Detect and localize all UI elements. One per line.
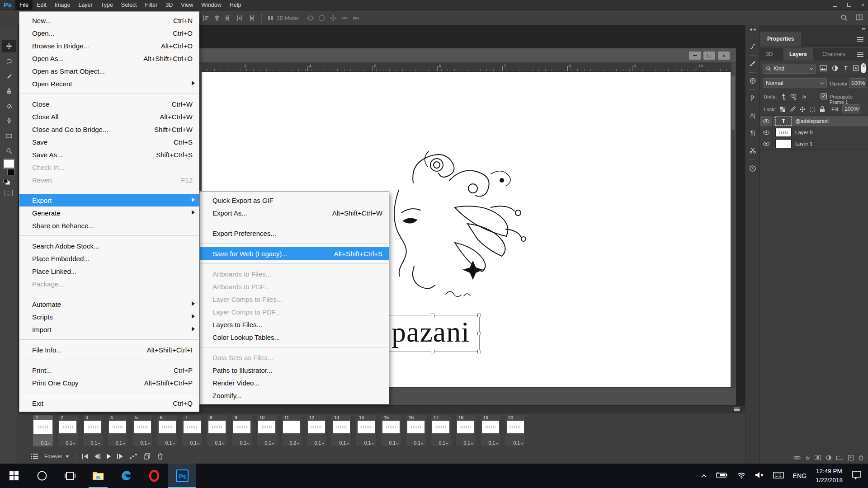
- align-left-icon[interactable]: [202, 14, 210, 22]
- distribute-center-icon[interactable]: [236, 14, 244, 22]
- timeline-frame-1[interactable]: 10.1: [33, 414, 53, 447]
- taskbar-clock[interactable]: 12:49 PM 1/22/2018: [816, 467, 843, 484]
- timeline-frame-19[interactable]: 190.1: [480, 414, 501, 447]
- adjustment-layer-icon[interactable]: [826, 455, 831, 461]
- search-icon[interactable]: [840, 14, 848, 23]
- next-frame-button[interactable]: [117, 454, 123, 459]
- menu-item-print-one-copy[interactable]: Print One CopyAlt+Shift+Ctrl+P: [19, 376, 199, 389]
- frame-duration-select[interactable]: 0.1: [431, 440, 451, 446]
- menu-item-export-preferences[interactable]: Export Preferences...: [200, 227, 389, 239]
- cortana-button[interactable]: [28, 464, 56, 488]
- timeline-frame-10[interactable]: 100.1: [256, 414, 277, 447]
- background-color-swatch[interactable]: [7, 169, 14, 175]
- frame-duration-select[interactable]: 0.1: [33, 440, 53, 446]
- maximize-icon[interactable]: [847, 0, 851, 10]
- panel-menu-icon[interactable]: [734, 408, 740, 408]
- layer-row-fill[interactable]: Layer 1: [760, 138, 868, 150]
- timeline-frame-13[interactable]: 130.1: [331, 414, 352, 447]
- frame-duration-select[interactable]: 0.1: [108, 440, 127, 446]
- tray-chevron-up-icon[interactable]: [701, 472, 707, 480]
- tab-properties[interactable]: Properties: [760, 32, 801, 46]
- unify-style-icon[interactable]: fx: [800, 92, 809, 101]
- menu-item-close[interactable]: CloseCtrl+W: [19, 98, 199, 110]
- foreground-color-swatch[interactable]: [4, 159, 14, 168]
- eyedropper-tool[interactable]: [2, 70, 16, 83]
- menu-item-save-as[interactable]: Save As...Shift+Ctrl+S: [19, 148, 199, 161]
- frame-duration-select[interactable]: 0.1: [232, 440, 252, 446]
- delete-layer-icon[interactable]: [859, 455, 863, 461]
- selection-handle[interactable]: [477, 314, 481, 317]
- menu-item-import[interactable]: Import: [19, 323, 199, 336]
- timeline-frame-3[interactable]: 30.1: [82, 414, 103, 447]
- menu-item-color-lookup-tables[interactable]: Color Lookup Tables...: [200, 331, 389, 343]
- layer-style-icon[interactable]: fx: [806, 455, 810, 461]
- menubar-item-layer[interactable]: Layer: [74, 0, 96, 10]
- menu-item-print[interactable]: Print...Ctrl+P: [19, 364, 199, 376]
- doc-maximize-icon[interactable]: [703, 52, 715, 60]
- pen-tool[interactable]: [2, 115, 16, 127]
- touch-keyboard-icon[interactable]: [773, 472, 784, 480]
- menu-item-open-as[interactable]: Open As...Alt+Shift+Ctrl+O: [19, 52, 199, 65]
- menu-item-export[interactable]: Export: [19, 194, 199, 206]
- 3d-pan-icon[interactable]: [329, 14, 337, 22]
- menu-item-layers-to-files[interactable]: Layers to Files...: [200, 318, 389, 331]
- layer-row-text[interactable]: T @adelepazani: [760, 116, 868, 127]
- move-tool[interactable]: [2, 40, 16, 52]
- link-layers-icon[interactable]: [793, 455, 801, 461]
- selection-handle[interactable]: [431, 350, 434, 353]
- menubar-item-filter[interactable]: Filter: [141, 0, 162, 10]
- document-titlebar[interactable]: ✕: [196, 48, 736, 63]
- minimize-icon[interactable]: [833, 0, 837, 10]
- vertical-scrollbar[interactable]: [731, 72, 736, 388]
- menubar-item-window[interactable]: Window: [197, 0, 225, 10]
- timeline-frame-12[interactable]: 120.1: [306, 414, 327, 447]
- scissors-panel-icon[interactable]: [748, 146, 757, 155]
- frame-duration-select[interactable]: 0.1: [182, 440, 202, 446]
- menu-item-close-all[interactable]: Close AllAlt+Ctrl+W: [19, 110, 199, 123]
- brush-panel-icon[interactable]: [748, 60, 757, 69]
- timeline-frame-16[interactable]: 160.1: [406, 414, 426, 447]
- panel-menu-icon[interactable]: [857, 37, 863, 38]
- layer-group-icon[interactable]: [836, 455, 843, 461]
- lock-transparency-icon[interactable]: [778, 105, 787, 114]
- menubar-item-help[interactable]: Help: [226, 0, 245, 10]
- battery-icon[interactable]: [716, 472, 728, 480]
- type-filter-icon[interactable]: T: [841, 64, 850, 73]
- 3d-orbit-icon[interactable]: [307, 14, 315, 22]
- menu-item-search-adobe-stock[interactable]: Search Adobe Stock...: [19, 239, 199, 252]
- lasso-tool[interactable]: [2, 55, 16, 68]
- volume-muted-icon[interactable]: [755, 472, 764, 480]
- layer-thumbnail[interactable]: [775, 139, 792, 148]
- menu-item-quick-export-as-gif[interactable]: Quick Export as GIF: [200, 194, 389, 206]
- layer-name[interactable]: @adelepazani: [795, 118, 829, 124]
- menu-item-file-info[interactable]: File Info...Alt+Shift+Ctrl+I: [19, 343, 199, 356]
- frame-duration-select[interactable]: 0.2: [282, 440, 302, 446]
- menubar-item-3d[interactable]: 3D: [161, 0, 177, 10]
- blend-mode-dropdown[interactable]: Normal: [763, 78, 827, 88]
- menu-item-paths-to-illustrator[interactable]: Paths to Illustrator...: [200, 364, 389, 376]
- timeline-frame-14[interactable]: 140.1: [356, 414, 377, 447]
- layer-visibility-cell[interactable]: [760, 138, 773, 150]
- default-colors-icon[interactable]: [3, 179, 10, 185]
- frame-duration-select[interactable]: 0.1: [481, 440, 500, 446]
- language-indicator[interactable]: ENG: [793, 472, 807, 479]
- timeline-frame-17[interactable]: 170.1: [430, 414, 451, 447]
- action-center-icon[interactable]: [852, 470, 862, 481]
- history-panel-icon[interactable]: [748, 164, 757, 174]
- frame-duration-select[interactable]: 0.1: [207, 440, 227, 446]
- frame-duration-select[interactable]: 0.1: [83, 440, 103, 446]
- tab-layers[interactable]: Layers: [783, 48, 813, 61]
- fill-dropdown[interactable]: 100%: [842, 104, 860, 113]
- menu-item-open-recent[interactable]: Open Recent: [19, 77, 199, 90]
- opera-button[interactable]: [140, 464, 168, 488]
- photoshop-button[interactable]: Ps: [168, 464, 196, 488]
- timeline-frame-20[interactable]: 200.1: [505, 414, 526, 447]
- pixel-filter-icon[interactable]: [819, 64, 828, 73]
- propagate-checkbox[interactable]: ✓: [821, 93, 827, 99]
- menu-item-exit[interactable]: ExitCtrl+Q: [19, 397, 199, 409]
- paragraph-panel-icon[interactable]: ¶|: [748, 128, 757, 137]
- menubar-item-select[interactable]: Select: [117, 0, 141, 10]
- layer-visibility-cell[interactable]: [760, 116, 773, 127]
- menu-item-place-embedded[interactable]: Place Embedded...: [19, 252, 199, 265]
- layer-name[interactable]: Layer 1: [795, 141, 812, 146]
